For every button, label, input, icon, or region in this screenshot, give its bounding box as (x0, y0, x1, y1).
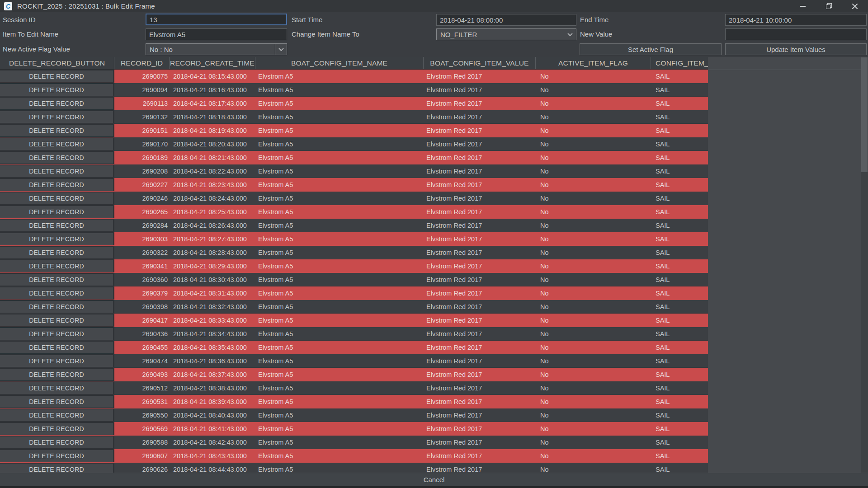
config-item-type-cell[interactable]: SAIL (651, 219, 708, 232)
record-id-cell[interactable]: 2690436 (114, 327, 170, 340)
record-create-time-cell[interactable]: 2018-04-21 08:21:43.000 (170, 151, 255, 164)
record-id-cell[interactable]: 2690075 (114, 70, 170, 83)
record-id-cell[interactable]: 2690360 (114, 273, 170, 286)
delete-record-button[interactable]: DELETE RECORD (0, 233, 113, 245)
boat-config-item-name-cell[interactable]: Elvstrom A5 (255, 354, 424, 367)
boat-config-item-value-cell[interactable]: Elvstrom Red 2017 (424, 124, 536, 137)
boat-config-item-name-cell[interactable]: Elvstrom A5 (255, 97, 424, 110)
boat-config-item-value-cell[interactable]: Elvstrom Red 2017 (424, 246, 536, 259)
config-item-type-cell[interactable]: SAIL (651, 83, 708, 96)
item-to-edit-name-input[interactable] (146, 28, 287, 40)
boat-config-item-name-cell[interactable]: Elvstrom A5 (255, 232, 424, 245)
active-item-flag-cell[interactable]: No (536, 124, 651, 137)
boat-config-item-name-cell[interactable]: Elvstrom A5 (255, 422, 424, 435)
boat-config-item-name-cell[interactable]: Elvstrom A5 (255, 408, 424, 422)
active-item-flag-cell[interactable]: No (536, 151, 651, 164)
boat-config-item-name-cell[interactable]: Elvstrom A5 (255, 449, 424, 462)
record-create-time-cell[interactable]: 2018-04-21 08:36:43.000 (170, 354, 255, 367)
active-item-flag-cell[interactable]: No (536, 70, 651, 83)
delete-record-button[interactable]: DELETE RECORD (0, 328, 113, 340)
close-button[interactable] (842, 0, 868, 12)
config-item-type-cell[interactable]: SAIL (651, 463, 708, 473)
record-id-cell[interactable]: 2690303 (114, 232, 170, 245)
record-create-time-cell[interactable]: 2018-04-21 08:19:43.000 (170, 124, 255, 137)
config-item-type-cell[interactable]: SAIL (651, 422, 708, 435)
minimize-button[interactable] (789, 0, 816, 12)
scrollbar-thumb[interactable] (861, 57, 868, 172)
delete-record-button[interactable]: DELETE RECORD (0, 70, 113, 82)
record-create-time-cell[interactable]: 2018-04-21 08:34:43.000 (170, 327, 255, 340)
active-item-flag-cell[interactable]: No (536, 381, 651, 394)
boat-config-item-name-cell[interactable]: Elvstrom A5 (255, 273, 424, 286)
boat-config-item-value-cell[interactable]: Elvstrom Red 2017 (424, 273, 536, 286)
boat-config-item-value-cell[interactable]: Elvstrom Red 2017 (424, 436, 536, 449)
record-create-time-cell[interactable]: 2018-04-21 08:29:43.000 (170, 259, 255, 272)
config-item-type-cell[interactable]: SAIL (651, 151, 708, 164)
active-item-flag-cell[interactable]: No (536, 354, 651, 367)
active-item-flag-cell[interactable]: No (536, 83, 651, 96)
config-item-type-cell[interactable]: SAIL (651, 232, 708, 245)
boat-config-item-name-cell[interactable]: Elvstrom A5 (255, 164, 424, 178)
record-id-cell[interactable]: 2690189 (114, 151, 170, 164)
active-item-flag-cell[interactable]: No (536, 273, 651, 286)
record-create-time-cell[interactable]: 2018-04-21 08:16:43.000 (170, 83, 255, 96)
active-item-flag-cell[interactable]: No (536, 178, 651, 191)
record-id-cell[interactable]: 2690379 (114, 286, 170, 300)
delete-record-button[interactable]: DELETE RECORD (0, 125, 113, 136)
boat-config-item-value-cell[interactable]: Elvstrom Red 2017 (424, 368, 536, 381)
delete-record-button[interactable]: DELETE RECORD (0, 274, 113, 286)
record-create-time-cell[interactable]: 2018-04-21 08:25:43.000 (170, 205, 255, 218)
boat-config-item-value-cell[interactable]: Elvstrom Red 2017 (424, 422, 536, 435)
boat-config-item-value-cell[interactable]: Elvstrom Red 2017 (424, 286, 536, 300)
record-create-time-cell[interactable]: 2018-04-21 08:28:43.000 (170, 246, 255, 259)
column-header-active-item-flag[interactable]: ACTIVE_ITEM_FLAG (536, 57, 651, 69)
delete-record-button[interactable]: DELETE RECORD (0, 342, 113, 353)
record-id-cell[interactable]: 2690626 (114, 463, 170, 473)
record-id-cell[interactable]: 2690398 (114, 300, 170, 313)
boat-config-item-value-cell[interactable]: Elvstrom Red 2017 (424, 449, 536, 462)
boat-config-item-name-cell[interactable]: Elvstrom A5 (255, 205, 424, 218)
boat-config-item-name-cell[interactable]: Elvstrom A5 (255, 178, 424, 191)
delete-record-button[interactable]: DELETE RECORD (0, 396, 113, 408)
cancel-button[interactable]: Cancel (0, 473, 868, 486)
active-item-flag-cell[interactable]: No (536, 341, 651, 354)
boat-config-item-value-cell[interactable]: Elvstrom Red 2017 (424, 97, 536, 110)
boat-config-item-name-cell[interactable]: Elvstrom A5 (255, 124, 424, 137)
config-item-type-cell[interactable]: SAIL (651, 300, 708, 313)
delete-record-button[interactable]: DELETE RECORD (0, 369, 113, 380)
delete-record-button[interactable]: DELETE RECORD (0, 98, 113, 109)
boat-config-item-value-cell[interactable]: Elvstrom Red 2017 (424, 341, 536, 354)
active-item-flag-cell[interactable]: No (536, 137, 651, 150)
boat-config-item-name-cell[interactable]: Elvstrom A5 (255, 463, 424, 473)
boat-config-item-name-cell[interactable]: Elvstrom A5 (255, 219, 424, 232)
boat-config-item-name-cell[interactable]: Elvstrom A5 (255, 436, 424, 449)
config-item-type-cell[interactable]: SAIL (651, 327, 708, 340)
record-id-cell[interactable]: 2690170 (114, 137, 170, 150)
boat-config-item-value-cell[interactable]: Elvstrom Red 2017 (424, 110, 536, 123)
boat-config-item-name-cell[interactable]: Elvstrom A5 (255, 151, 424, 164)
boat-config-item-name-cell[interactable]: Elvstrom A5 (255, 192, 424, 205)
boat-config-item-value-cell[interactable]: Elvstrom Red 2017 (424, 314, 536, 327)
boat-config-item-name-cell[interactable]: Elvstrom A5 (255, 246, 424, 259)
record-id-cell[interactable]: 2690512 (114, 381, 170, 394)
delete-record-button[interactable]: DELETE RECORD (0, 301, 113, 313)
boat-config-item-value-cell[interactable]: Elvstrom Red 2017 (424, 83, 536, 96)
boat-config-item-value-cell[interactable]: Elvstrom Red 2017 (424, 192, 536, 205)
boat-config-item-name-cell[interactable]: Elvstrom A5 (255, 259, 424, 272)
record-id-cell[interactable]: 2690550 (114, 408, 170, 422)
delete-record-button[interactable]: DELETE RECORD (0, 192, 113, 204)
active-item-flag-cell[interactable]: No (536, 205, 651, 218)
active-item-flag-cell[interactable]: No (536, 164, 651, 178)
active-item-flag-cell[interactable]: No (536, 327, 651, 340)
boat-config-item-name-cell[interactable]: Elvstrom A5 (255, 314, 424, 327)
record-id-cell[interactable]: 2690322 (114, 246, 170, 259)
active-item-flag-cell[interactable]: No (536, 463, 651, 473)
boat-config-item-value-cell[interactable]: Elvstrom Red 2017 (424, 463, 536, 473)
record-id-cell[interactable]: 2690113 (114, 97, 170, 110)
boat-config-item-value-cell[interactable]: Elvstrom Red 2017 (424, 219, 536, 232)
config-item-type-cell[interactable]: SAIL (651, 408, 708, 422)
config-item-type-cell[interactable]: SAIL (651, 178, 708, 191)
record-create-time-cell[interactable]: 2018-04-21 08:26:43.000 (170, 219, 255, 232)
config-item-type-cell[interactable]: SAIL (651, 314, 708, 327)
boat-config-item-name-cell[interactable]: Elvstrom A5 (255, 395, 424, 408)
